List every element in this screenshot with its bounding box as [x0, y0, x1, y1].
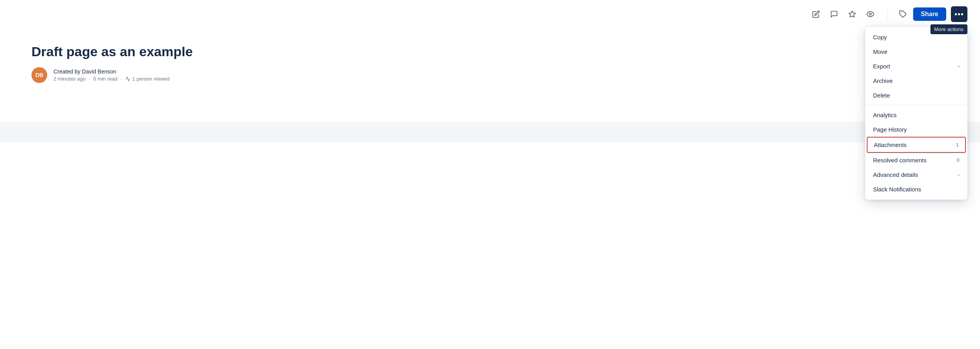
toolbar: Share ••• More actions	[0, 0, 980, 28]
page-title: Draft page as an example	[31, 44, 949, 59]
more-actions-tooltip: More actions	[930, 24, 967, 34]
menu-item-resolved-comments[interactable]: Resolved comments 0	[865, 153, 967, 167]
menu-item-attachments[interactable]: Attachments 1	[867, 137, 966, 153]
menu-item-copy-label: Copy	[873, 34, 887, 40]
more-actions-button[interactable]: •••	[951, 6, 967, 22]
content-divider-area	[0, 122, 980, 143]
star-icon[interactable]	[847, 9, 858, 20]
menu-item-analytics-label: Analytics	[873, 112, 897, 118]
edit-icon[interactable]	[811, 9, 822, 20]
meta-details: 2 minutes ago · 0 min read · 1 person vi…	[53, 76, 169, 82]
meta-text: Created by David Benson 2 minutes ago · …	[53, 68, 169, 82]
avatar: DB	[31, 67, 47, 83]
menu-divider-1	[865, 105, 967, 105]
menu-item-advanced-details[interactable]: Advanced details ›	[865, 167, 967, 182]
menu-item-advanced-details-label: Advanced details	[873, 171, 918, 178]
more-actions-dropdown: Copy Move Export › Archive Delete Analyt…	[865, 27, 967, 200]
attachments-badge: 1	[956, 142, 959, 148]
menu-item-attachments-right: 1	[956, 142, 959, 148]
menu-item-export-label: Export	[873, 63, 890, 70]
svg-marker-0	[849, 11, 855, 17]
menu-item-resolved-right: 0	[957, 157, 960, 163]
meta-views: 1 person viewed	[125, 76, 169, 82]
meta-dot-2: ·	[121, 76, 122, 82]
share-button[interactable]: Share	[913, 7, 946, 21]
menu-item-move-label: Move	[873, 48, 888, 55]
menu-item-resolved-comments-label: Resolved comments	[873, 157, 927, 163]
menu-item-delete-label: Delete	[873, 92, 890, 99]
meta-author: Created by David Benson	[53, 68, 169, 75]
menu-item-analytics[interactable]: Analytics	[865, 108, 967, 122]
page-content: Draft page as an example DB Created by D…	[0, 28, 980, 99]
toolbar-divider	[888, 9, 888, 20]
meta-dot-1: ·	[89, 76, 90, 82]
menu-item-slack-notifications[interactable]: Slack Notifications	[865, 182, 967, 197]
menu-item-slack-notifications-label: Slack Notifications	[873, 186, 921, 193]
page-meta: DB Created by David Benson 2 minutes ago…	[31, 67, 949, 83]
resolved-badge: 0	[957, 157, 960, 163]
comment-icon[interactable]	[829, 9, 840, 20]
menu-item-archive-label: Archive	[873, 77, 893, 84]
menu-item-page-history-label: Page History	[873, 126, 907, 133]
export-chevron-icon: ›	[958, 63, 960, 69]
menu-item-archive[interactable]: Archive	[865, 73, 967, 88]
menu-item-export[interactable]: Export ›	[865, 59, 967, 73]
meta-time: 2 minutes ago	[53, 76, 86, 82]
menu-item-attachments-label: Attachments	[874, 141, 906, 148]
menu-item-delete[interactable]: Delete	[865, 88, 967, 103]
meta-read-time: 0 min read	[93, 76, 117, 82]
more-actions-ellipsis-icon: •••	[954, 10, 964, 19]
meta-views-count: 1 person viewed	[132, 76, 169, 82]
menu-item-page-history[interactable]: Page History	[865, 122, 967, 137]
menu-item-move[interactable]: Move	[865, 44, 967, 59]
advanced-details-chevron-icon: ›	[958, 172, 960, 178]
views-icon	[125, 76, 131, 82]
emoji-label-icon[interactable]	[897, 9, 908, 20]
toolbar-icon-group	[811, 9, 876, 20]
watch-icon[interactable]	[865, 9, 876, 20]
svg-point-1	[869, 13, 871, 15]
